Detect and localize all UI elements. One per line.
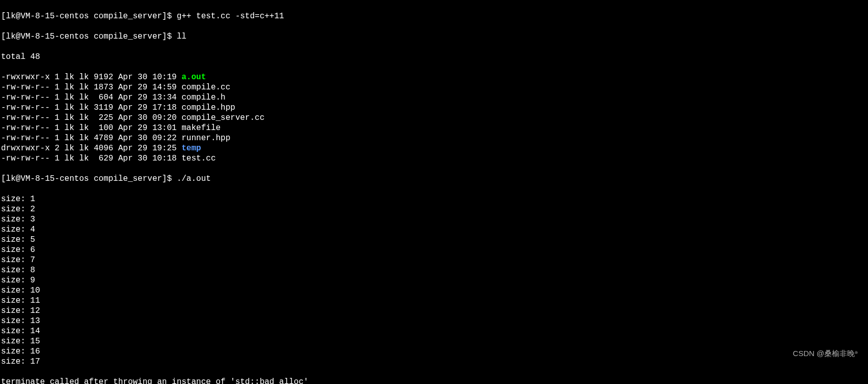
terminal-output[interactable]: [lk@VM-8-15-centos compile_server]$ g++ … [1,1,867,384]
output-line: size: 16 [1,346,867,357]
file-row: -rw-rw-r-- 1 lk lk 1873 Apr 29 14:59 com… [1,82,867,92]
output-line: size: 12 [1,306,867,316]
output-line: size: 14 [1,326,867,336]
output-line: size: 3 [1,214,867,225]
output-line: size: 11 [1,296,867,306]
program-output: size: 1size: 2size: 3size: 4size: 5size:… [1,194,867,367]
output-line: size: 9 [1,275,867,285]
file-row: -rw-rw-r-- 1 lk lk 225 Apr 30 09:20 comp… [1,113,867,123]
shell-prompt: [lk@VM-8-15-centos compile_server]$ [1,174,177,183]
file-listing: -rwxrwxr-x 1 lk lk 9192 Apr 30 10:19 a.o… [1,72,867,164]
output-line: size: 15 [1,336,867,346]
output-line: size: 6 [1,245,867,255]
file-name: compile.hpp [181,103,235,112]
file-name: compile.cc [181,83,230,92]
file-row: -rw-rw-r-- 1 lk lk 629 Apr 30 10:18 test… [1,153,867,164]
command-text: ll [177,32,187,41]
file-row: -rw-rw-r-- 1 lk lk 100 Apr 29 13:01 make… [1,123,867,133]
output-line: size: 13 [1,316,867,326]
output-line: size: 7 [1,255,867,265]
file-row: -rw-rw-r-- 1 lk lk 4789 Apr 30 09:22 run… [1,133,867,143]
file-row: -rw-rw-r-- 1 lk lk 604 Apr 29 13:34 comp… [1,92,867,103]
file-name: test.cc [181,154,215,163]
file-name: a.out [181,73,206,82]
output-line: size: 8 [1,265,867,275]
listing-total: total 48 [1,52,867,62]
file-name: compile_server.cc [181,113,264,122]
shell-prompt: [lk@VM-8-15-centos compile_server]$ [1,12,177,21]
output-line: size: 2 [1,204,867,214]
output-line: size: 5 [1,235,867,245]
command-text: ./a.out [177,174,211,183]
output-line: size: 17 [1,357,867,367]
file-name: runner.hpp [181,134,230,143]
file-row: -rwxrwxr-x 1 lk lk 9192 Apr 30 10:19 a.o… [1,72,867,82]
watermark-text: CSDN @桑榆非晚ᵃ [793,348,858,359]
file-row: -rw-rw-r-- 1 lk lk 3119 Apr 29 17:18 com… [1,103,867,113]
shell-prompt: [lk@VM-8-15-centos compile_server]$ [1,32,177,41]
file-name: compile.h [181,93,225,102]
output-line: size: 1 [1,194,867,204]
output-line: size: 4 [1,225,867,235]
error-line: terminate called after throwing an insta… [1,377,867,384]
file-row: drwxrwxr-x 2 lk lk 4096 Apr 29 19:25 tem… [1,143,867,153]
file-name: temp [181,144,201,153]
file-name: makefile [181,123,221,133]
output-line: size: 10 [1,285,867,296]
command-text: g++ test.cc -std=c++11 [177,12,284,21]
